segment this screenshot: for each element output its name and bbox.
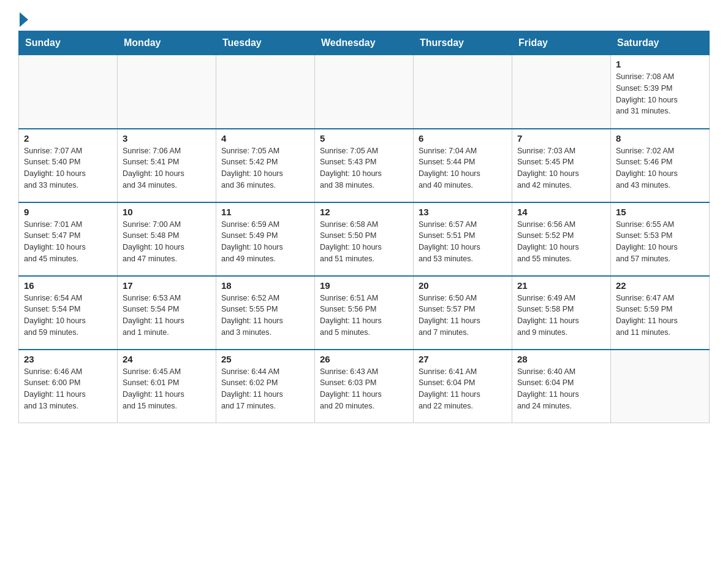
calendar-day-cell: 2Sunrise: 7:07 AM Sunset: 5:40 PM Daylig… <box>19 129 118 202</box>
day-info: Sunrise: 6:41 AM Sunset: 6:04 PM Dayligh… <box>419 366 507 412</box>
day-info: Sunrise: 7:04 AM Sunset: 5:44 PM Dayligh… <box>419 145 507 191</box>
weekday-header-saturday: Saturday <box>611 31 710 55</box>
day-number: 1 <box>616 59 704 69</box>
calendar-day-cell <box>512 55 611 129</box>
calendar-day-cell: 26Sunrise: 6:43 AM Sunset: 6:03 PM Dayli… <box>315 350 414 423</box>
day-number: 16 <box>24 280 112 291</box>
day-number: 15 <box>616 207 704 217</box>
day-number: 25 <box>221 354 309 364</box>
logo <box>18 12 28 25</box>
day-number: 24 <box>123 354 211 364</box>
calendar-day-cell <box>414 55 512 129</box>
calendar-day-cell <box>611 350 710 423</box>
weekday-header-friday: Friday <box>512 31 611 55</box>
weekday-header-sunday: Sunday <box>19 31 118 55</box>
day-info: Sunrise: 6:52 AM Sunset: 5:55 PM Dayligh… <box>221 293 309 339</box>
day-number: 22 <box>616 280 704 291</box>
calendar-day-cell: 6Sunrise: 7:04 AM Sunset: 5:44 PM Daylig… <box>414 129 512 202</box>
weekday-header-row: SundayMondayTuesdayWednesdayThursdayFrid… <box>19 31 710 55</box>
day-info: Sunrise: 6:44 AM Sunset: 6:02 PM Dayligh… <box>221 366 309 412</box>
day-info: Sunrise: 7:01 AM Sunset: 5:47 PM Dayligh… <box>24 219 112 265</box>
calendar-day-cell: 19Sunrise: 6:51 AM Sunset: 5:56 PM Dayli… <box>315 276 414 350</box>
weekday-header-wednesday: Wednesday <box>315 31 414 55</box>
logo-arrow-icon <box>20 12 28 27</box>
calendar-day-cell <box>118 55 216 129</box>
day-number: 5 <box>320 133 408 144</box>
calendar-day-cell: 4Sunrise: 7:05 AM Sunset: 5:42 PM Daylig… <box>216 129 315 202</box>
calendar-day-cell: 9Sunrise: 7:01 AM Sunset: 5:47 PM Daylig… <box>19 202 118 276</box>
day-info: Sunrise: 6:43 AM Sunset: 6:03 PM Dayligh… <box>320 366 408 412</box>
calendar-day-cell: 5Sunrise: 7:05 AM Sunset: 5:43 PM Daylig… <box>315 129 414 202</box>
day-info: Sunrise: 7:07 AM Sunset: 5:40 PM Dayligh… <box>24 145 112 191</box>
calendar-day-cell: 12Sunrise: 6:58 AM Sunset: 5:50 PM Dayli… <box>315 202 414 276</box>
calendar-day-cell <box>19 55 118 129</box>
day-number: 8 <box>616 133 704 144</box>
day-info: Sunrise: 6:49 AM Sunset: 5:58 PM Dayligh… <box>517 293 605 339</box>
calendar-day-cell: 7Sunrise: 7:03 AM Sunset: 5:45 PM Daylig… <box>512 129 611 202</box>
day-number: 20 <box>419 280 507 291</box>
calendar-day-cell: 28Sunrise: 6:40 AM Sunset: 6:04 PM Dayli… <box>512 350 611 423</box>
day-number: 4 <box>221 133 309 144</box>
day-info: Sunrise: 7:08 AM Sunset: 5:39 PM Dayligh… <box>616 71 704 117</box>
calendar-day-cell <box>216 55 315 129</box>
calendar-day-cell: 18Sunrise: 6:52 AM Sunset: 5:55 PM Dayli… <box>216 276 315 350</box>
calendar-day-cell: 3Sunrise: 7:06 AM Sunset: 5:41 PM Daylig… <box>118 129 216 202</box>
calendar-day-cell: 15Sunrise: 6:55 AM Sunset: 5:53 PM Dayli… <box>611 202 710 276</box>
day-info: Sunrise: 6:45 AM Sunset: 6:01 PM Dayligh… <box>123 366 211 412</box>
day-number: 28 <box>517 354 605 364</box>
day-number: 12 <box>320 207 408 217</box>
calendar-week-row: 2Sunrise: 7:07 AM Sunset: 5:40 PM Daylig… <box>19 129 710 202</box>
day-number: 7 <box>517 133 605 144</box>
day-number: 10 <box>123 207 211 217</box>
day-info: Sunrise: 6:51 AM Sunset: 5:56 PM Dayligh… <box>320 293 408 339</box>
calendar-day-cell: 13Sunrise: 6:57 AM Sunset: 5:51 PM Dayli… <box>414 202 512 276</box>
calendar-week-row: 1Sunrise: 7:08 AM Sunset: 5:39 PM Daylig… <box>19 55 710 129</box>
calendar-day-cell: 14Sunrise: 6:56 AM Sunset: 5:52 PM Dayli… <box>512 202 611 276</box>
day-number: 23 <box>24 354 112 364</box>
calendar-day-cell: 24Sunrise: 6:45 AM Sunset: 6:01 PM Dayli… <box>118 350 216 423</box>
calendar-day-cell: 8Sunrise: 7:02 AM Sunset: 5:46 PM Daylig… <box>611 129 710 202</box>
day-number: 17 <box>123 280 211 291</box>
day-info: Sunrise: 6:59 AM Sunset: 5:49 PM Dayligh… <box>221 219 309 265</box>
calendar-week-row: 16Sunrise: 6:54 AM Sunset: 5:54 PM Dayli… <box>19 276 710 350</box>
calendar-day-cell: 10Sunrise: 7:00 AM Sunset: 5:48 PM Dayli… <box>118 202 216 276</box>
calendar-day-cell: 25Sunrise: 6:44 AM Sunset: 6:02 PM Dayli… <box>216 350 315 423</box>
weekday-header-monday: Monday <box>118 31 216 55</box>
day-info: Sunrise: 6:47 AM Sunset: 5:59 PM Dayligh… <box>616 293 704 339</box>
weekday-header-tuesday: Tuesday <box>216 31 315 55</box>
day-info: Sunrise: 6:58 AM Sunset: 5:50 PM Dayligh… <box>320 219 408 265</box>
day-number: 19 <box>320 280 408 291</box>
day-number: 2 <box>24 133 112 144</box>
day-number: 13 <box>419 207 507 217</box>
day-info: Sunrise: 7:05 AM Sunset: 5:42 PM Dayligh… <box>221 145 309 191</box>
day-info: Sunrise: 6:54 AM Sunset: 5:54 PM Dayligh… <box>24 293 112 339</box>
day-number: 11 <box>221 207 309 217</box>
calendar-day-cell <box>315 55 414 129</box>
day-number: 27 <box>419 354 507 364</box>
day-number: 18 <box>221 280 309 291</box>
day-info: Sunrise: 7:06 AM Sunset: 5:41 PM Dayligh… <box>123 145 211 191</box>
day-number: 3 <box>123 133 211 144</box>
day-number: 21 <box>517 280 605 291</box>
page-header <box>18 12 710 25</box>
calendar-table: SundayMondayTuesdayWednesdayThursdayFrid… <box>18 31 710 423</box>
calendar-day-cell: 20Sunrise: 6:50 AM Sunset: 5:57 PM Dayli… <box>414 276 512 350</box>
day-info: Sunrise: 7:03 AM Sunset: 5:45 PM Dayligh… <box>517 145 605 191</box>
calendar-day-cell: 17Sunrise: 6:53 AM Sunset: 5:54 PM Dayli… <box>118 276 216 350</box>
day-number: 9 <box>24 207 112 217</box>
calendar-day-cell: 11Sunrise: 6:59 AM Sunset: 5:49 PM Dayli… <box>216 202 315 276</box>
calendar-day-cell: 27Sunrise: 6:41 AM Sunset: 6:04 PM Dayli… <box>414 350 512 423</box>
day-info: Sunrise: 6:56 AM Sunset: 5:52 PM Dayligh… <box>517 219 605 265</box>
calendar-day-cell: 21Sunrise: 6:49 AM Sunset: 5:58 PM Dayli… <box>512 276 611 350</box>
day-number: 14 <box>517 207 605 217</box>
calendar-day-cell: 16Sunrise: 6:54 AM Sunset: 5:54 PM Dayli… <box>19 276 118 350</box>
calendar-day-cell: 22Sunrise: 6:47 AM Sunset: 5:59 PM Dayli… <box>611 276 710 350</box>
day-info: Sunrise: 6:40 AM Sunset: 6:04 PM Dayligh… <box>517 366 605 412</box>
calendar-day-cell: 23Sunrise: 6:46 AM Sunset: 6:00 PM Dayli… <box>19 350 118 423</box>
calendar-week-row: 9Sunrise: 7:01 AM Sunset: 5:47 PM Daylig… <box>19 202 710 276</box>
calendar-week-row: 23Sunrise: 6:46 AM Sunset: 6:00 PM Dayli… <box>19 350 710 423</box>
weekday-header-thursday: Thursday <box>414 31 512 55</box>
day-info: Sunrise: 6:55 AM Sunset: 5:53 PM Dayligh… <box>616 219 704 265</box>
day-number: 26 <box>320 354 408 364</box>
day-info: Sunrise: 7:00 AM Sunset: 5:48 PM Dayligh… <box>123 219 211 265</box>
